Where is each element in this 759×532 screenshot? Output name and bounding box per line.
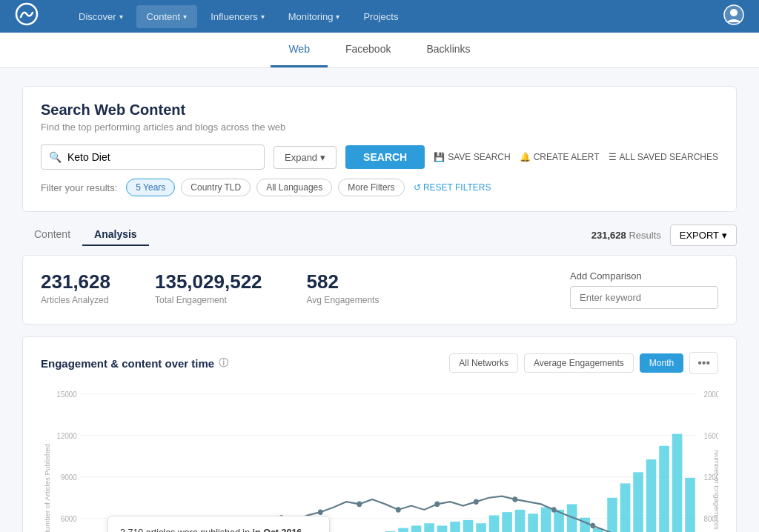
- chart-month-button[interactable]: Month: [640, 353, 683, 373]
- chart-svg: 15000 12000 9000 6000 3000 0 2000 1600 1…: [41, 386, 718, 532]
- subnav-facebook[interactable]: Facebook: [328, 33, 408, 67]
- svg-rect-68: [672, 434, 683, 532]
- svg-point-81: [512, 496, 517, 502]
- alert-icon: 🔔: [520, 152, 531, 162]
- filter-country-tld[interactable]: Country TLD: [181, 179, 251, 196]
- filter-more-filters[interactable]: More Filters: [338, 179, 404, 196]
- stats-card: 231,628 Articles Analyzed 135,029,522 To…: [22, 255, 737, 325]
- nav-items: Discover ▾ Content ▾ Influencers ▾ Monit…: [68, 5, 723, 28]
- create-alert-button[interactable]: 🔔 CREATE ALERT: [520, 152, 600, 162]
- nav-content[interactable]: Content ▾: [136, 5, 198, 28]
- svg-text:6000: 6000: [61, 515, 77, 524]
- svg-rect-48: [411, 525, 422, 532]
- user-avatar[interactable]: [723, 4, 744, 29]
- stat-articles: 231,628 Articles Analyzed: [41, 270, 110, 305]
- chevron-down-icon: ▾: [320, 152, 325, 163]
- nav-discover[interactable]: Discover ▾: [68, 5, 133, 28]
- svg-rect-67: [659, 446, 669, 532]
- chart-tooltip: 2,710 articles were published in in Oct …: [107, 516, 330, 532]
- app-logo[interactable]: [15, 2, 39, 30]
- page-content: Search Web Content Find the top performi…: [0, 68, 759, 532]
- chart-all-networks-button[interactable]: All Networks: [449, 353, 518, 373]
- stat-articles-value: 231,628: [41, 270, 110, 293]
- comparison-add: Add Comparison: [570, 270, 718, 309]
- page-title: Search Web Content: [41, 102, 718, 119]
- reset-filters-button[interactable]: ↺ RESET FILTERS: [414, 182, 491, 193]
- nav-projects[interactable]: Projects: [353, 5, 408, 28]
- subnav-backlinks[interactable]: Backlinks: [408, 33, 488, 67]
- stat-engagement-label: Total Engagement: [155, 295, 262, 305]
- chevron-down-icon: ▾: [261, 13, 265, 21]
- svg-rect-53: [476, 523, 486, 532]
- svg-rect-54: [489, 515, 500, 532]
- svg-rect-47: [398, 528, 408, 532]
- svg-text:Number of Articles Published: Number of Articles Published: [44, 444, 50, 532]
- chart-controls: All Networks Average Engagements Month •…: [449, 352, 718, 374]
- subnav-web[interactable]: Web: [271, 33, 328, 67]
- svg-rect-65: [633, 472, 643, 532]
- svg-rect-58: [541, 508, 551, 532]
- export-button[interactable]: EXPORT ▾: [670, 225, 737, 246]
- info-icon[interactable]: ⓘ: [219, 356, 228, 370]
- svg-rect-55: [502, 512, 512, 532]
- expand-button[interactable]: Expand ▾: [274, 146, 337, 169]
- tooltip-text: 2,710 articles were published in in Oct …: [120, 525, 317, 532]
- nav-influencers[interactable]: Influencers ▾: [200, 5, 275, 28]
- svg-point-80: [474, 499, 479, 505]
- filter-label: Filter your results:: [41, 182, 117, 193]
- svg-rect-63: [607, 498, 617, 532]
- chart-container: 15000 12000 9000 6000 3000 0 2000 1600 1…: [41, 386, 718, 532]
- chevron-down-icon: ▾: [336, 13, 339, 21]
- chart-avg-engagements-button[interactable]: Average Engagements: [524, 353, 634, 373]
- svg-text:15000: 15000: [57, 390, 77, 399]
- page-subtitle: Find the top performing articles and blo…: [41, 122, 718, 133]
- search-input[interactable]: [67, 145, 256, 169]
- search-section: Search Web Content Find the top performi…: [22, 86, 737, 212]
- stat-engagement: 135,029,522 Total Engagement: [155, 270, 262, 305]
- nav-monitoring[interactable]: Monitoring ▾: [278, 5, 351, 28]
- svg-point-76: [318, 509, 323, 515]
- all-saved-searches-button[interactable]: ☰ ALL SAVED SEARCHES: [609, 152, 718, 162]
- search-button[interactable]: SEARCH: [345, 145, 425, 169]
- search-input-wrapper: 🔍: [41, 144, 265, 170]
- search-bar-row: 🔍 Expand ▾ SEARCH 💾 SAVE SEARCH 🔔 CREATE…: [41, 144, 718, 170]
- stat-avg-label: Avg Engagements: [307, 295, 380, 305]
- search-actions: 💾 SAVE SEARCH 🔔 CREATE ALERT ☰ ALL SAVED…: [434, 152, 718, 162]
- svg-rect-61: [580, 518, 590, 532]
- chart-card: Engagement & content over time ⓘ All Net…: [22, 336, 737, 532]
- search-icon: 🔍: [49, 151, 62, 163]
- stat-articles-label: Articles Analyzed: [41, 295, 110, 305]
- svg-rect-50: [437, 525, 448, 532]
- results-export-row: 231,628 Results EXPORT ▾: [591, 225, 737, 246]
- stat-avg-value: 582: [307, 270, 380, 293]
- stat-engagement-value: 135,029,522: [155, 270, 262, 293]
- svg-rect-56: [515, 510, 526, 532]
- filter-all-languages[interactable]: All Languages: [256, 179, 332, 196]
- tab-content[interactable]: Content: [22, 224, 82, 246]
- filter-5years[interactable]: 5 Years: [126, 179, 175, 196]
- chevron-down-icon: ▾: [183, 13, 187, 21]
- svg-text:2000: 2000: [704, 390, 718, 399]
- save-search-button[interactable]: 💾 SAVE SEARCH: [434, 152, 510, 162]
- svg-point-77: [357, 502, 362, 508]
- svg-point-83: [590, 523, 595, 529]
- svg-text:12000: 12000: [57, 432, 77, 441]
- stat-avg: 582 Avg Engagements: [307, 270, 380, 305]
- svg-rect-52: [463, 520, 474, 532]
- svg-text:Number of Engagements: Number of Engagements: [713, 450, 718, 530]
- svg-point-79: [434, 502, 440, 508]
- tab-analysis[interactable]: Analysis: [82, 224, 149, 246]
- svg-point-82: [551, 507, 557, 513]
- chart-header: Engagement & content over time ⓘ All Net…: [41, 352, 718, 374]
- save-icon: 💾: [434, 152, 445, 162]
- chart-more-options-button[interactable]: •••: [689, 352, 718, 374]
- top-navigation: Discover ▾ Content ▾ Influencers ▾ Monit…: [0, 0, 759, 33]
- content-tabs: Content Analysis: [22, 224, 149, 246]
- chevron-down-icon: ▾: [119, 13, 123, 21]
- content-tabs-row: Content Analysis 231,628 Results EXPORT …: [22, 224, 737, 246]
- comparison-input[interactable]: [570, 286, 718, 309]
- svg-rect-51: [450, 522, 460, 532]
- svg-text:1600: 1600: [704, 432, 718, 441]
- svg-point-78: [396, 507, 401, 513]
- svg-rect-64: [620, 483, 631, 532]
